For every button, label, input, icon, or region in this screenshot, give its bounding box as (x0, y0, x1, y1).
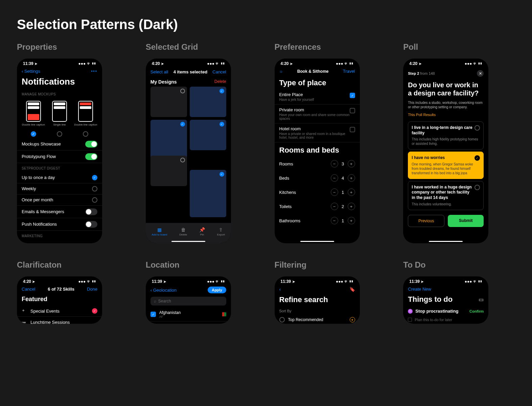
check-icon (219, 172, 224, 177)
status-icons: ●●● ᯤ ▮▮ (336, 61, 353, 66)
checkbox[interactable] (350, 127, 355, 132)
minus-button[interactable]: − (331, 160, 338, 167)
delete-button[interactable]: Delete (214, 79, 226, 85)
list-label: Push Notifications (22, 222, 57, 227)
more-button[interactable]: ••• (91, 69, 97, 74)
radio[interactable] (31, 131, 36, 137)
radio[interactable] (92, 175, 97, 180)
pin-icon: 📌 (199, 227, 205, 232)
list-label: Mockups Showcase (22, 141, 61, 146)
briefcase-icon: ▬ (22, 319, 27, 324)
list-item[interactable]: ▬Lunchtime Sessions (17, 317, 102, 324)
list-label: Receive Updates by Email (22, 243, 85, 243)
home-indicator (171, 241, 205, 242)
submit-button[interactable]: Submit (448, 215, 484, 227)
status-time: 4:20 ➤ (152, 61, 164, 66)
status-time: 4:20 ➤ (23, 279, 35, 284)
stepper-value: 3 (341, 161, 345, 166)
poll-option-desc: This includes high fidelity prototyping … (412, 137, 480, 146)
poll-option[interactable]: I live in a long-term design care facili… (408, 121, 484, 150)
radio (279, 317, 285, 322)
section-heading: Featured (17, 293, 102, 306)
checkbox[interactable] (408, 318, 412, 322)
radio[interactable] (83, 131, 88, 137)
grid-cell[interactable] (190, 170, 226, 217)
plus-button[interactable]: + (348, 188, 355, 196)
create-new-link[interactable]: Create New (408, 287, 431, 292)
mockup-option[interactable]: Single line (48, 101, 71, 127)
check-icon (219, 89, 224, 93)
toggle[interactable] (85, 221, 97, 228)
poll-results-link[interactable]: This Poll Results (403, 111, 488, 119)
poll-option[interactable]: I have no worriesOne morning, when Grego… (408, 152, 484, 179)
phone-filtering: 11:39 ➤●●● ᯤ ▮▮ ‹ 🔖 Refine search Sort B… (275, 276, 360, 324)
radio[interactable] (92, 186, 97, 191)
minus-button[interactable]: − (331, 217, 338, 224)
tab-delete[interactable]: 🗑Delete (179, 227, 187, 236)
search-icon: ⌕ (154, 299, 156, 303)
minus-button[interactable]: − (331, 203, 338, 210)
sunrise-icon[interactable]: ☼ (279, 69, 283, 74)
section-properties: Properties (17, 42, 129, 52)
radio[interactable] (92, 197, 97, 203)
select-all-button[interactable]: Select all (151, 69, 168, 74)
poll-option[interactable]: I have worked in a huge design company o… (408, 181, 484, 210)
tab-add[interactable]: ▦Add to board (152, 227, 167, 236)
location-row[interactable]: AfghanistanAF (146, 308, 231, 321)
section-filtering: Filtering (275, 260, 387, 270)
plus-button[interactable]: + (348, 160, 355, 167)
grid-cell[interactable] (151, 156, 187, 186)
card-icon[interactable]: ▭ (479, 296, 484, 303)
apply-button[interactable]: Apply (208, 287, 226, 293)
sort-option[interactable]: Top Recommended★ (275, 314, 360, 324)
search-input[interactable]: ⌕Search (151, 297, 226, 306)
tab-export[interactable]: ⇪Export (217, 227, 225, 236)
option-label: Top Recommended (288, 317, 346, 322)
plus-button[interactable]: + (348, 217, 355, 224)
minus-button[interactable]: − (331, 174, 338, 182)
poll-option-desc: One morning, when Gregor Samsa woke from… (412, 162, 480, 175)
back-button[interactable]: ‹ Geolocation (151, 288, 177, 293)
grid-cell[interactable] (190, 87, 226, 117)
grid-cell[interactable] (151, 87, 187, 117)
radio[interactable] (57, 131, 62, 137)
pref-desc: Have your own room and share some common… (279, 113, 350, 120)
mockup-option[interactable]: Double line caption (74, 101, 97, 127)
toggle[interactable] (85, 141, 97, 148)
tab-pin[interactable]: 📌Pin (199, 227, 205, 236)
grid-cell[interactable] (190, 120, 226, 150)
cancel-button[interactable]: Cancel (212, 69, 226, 74)
done-button[interactable]: Done (87, 287, 97, 292)
mockup-option[interactable]: Double line caption (22, 101, 45, 127)
section-heading: Rooms and beds (275, 142, 360, 157)
previous-button[interactable]: Previous (408, 215, 444, 227)
status-icons: ●●● ᯤ ▮▮ (207, 61, 225, 66)
back-button[interactable]: ‹ Settings (22, 69, 40, 74)
nav-title: 6 of 72 Skills (48, 287, 74, 292)
plus-button[interactable]: + (348, 203, 355, 210)
status-time: 4:20 ➤ (281, 61, 293, 66)
close-button[interactable]: ✕ (477, 70, 484, 77)
poll-option-title: I have worked in a huge design company o… (412, 185, 480, 201)
travel-link[interactable]: Travel (343, 69, 355, 74)
toggle[interactable] (85, 208, 97, 215)
confirm-button[interactable]: Confirm (469, 309, 484, 313)
checkbox[interactable] (350, 93, 355, 98)
list-item[interactable]: ✦Special Events (17, 306, 102, 317)
location-row[interactable]: Aland IslandsAX (146, 321, 231, 324)
poll-description: This includes a studio, workshop, cowork… (403, 98, 488, 111)
list-label: Emails & Messengers (22, 209, 64, 214)
back-button[interactable]: ‹ (279, 287, 281, 292)
plus-button[interactable]: + (348, 174, 355, 182)
toggle[interactable] (85, 153, 97, 160)
list-label: Up to once a day (22, 175, 55, 180)
checkbox[interactable] (350, 108, 355, 113)
phone-grid: Properties 11:39 ➤ ●●● ᯤ ▮▮ ‹ Settings •… (17, 42, 515, 324)
screen-title: Things to do (408, 295, 453, 304)
pref-label: Private room (279, 107, 350, 112)
poll-option-desc: This includes volunteering. (412, 202, 480, 206)
phone-poll: 4:20 ➤●●● ᯤ ▮▮ Step 2 from 148 ✕ Do you … (403, 59, 488, 243)
bookmark-icon[interactable]: 🔖 (349, 287, 355, 292)
cancel-button[interactable]: Cancel (22, 287, 35, 292)
minus-button[interactable]: − (331, 188, 338, 196)
